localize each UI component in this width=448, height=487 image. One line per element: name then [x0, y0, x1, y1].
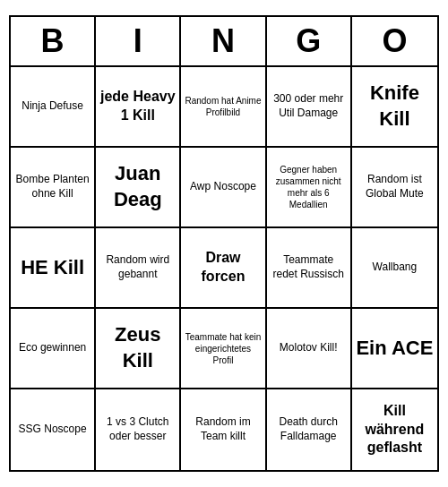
bingo-cell: Random im Team killt — [181, 389, 266, 470]
bingo-cell: Ein ACE — [352, 309, 437, 389]
bingo-cell: Awp Noscope — [181, 148, 266, 228]
header-letter: I — [96, 17, 181, 65]
bingo-cell: Wallbang — [352, 228, 437, 309]
bingo-grid: Ninja Defusejede Heavy 1 KillRandom hat … — [11, 67, 437, 470]
bingo-card: BINGO Ninja Defusejede Heavy 1 KillRando… — [9, 15, 439, 472]
header-letter: O — [352, 17, 437, 65]
bingo-cell: Knife Kill — [352, 67, 437, 148]
bingo-cell: Gegner haben zusammen nicht mehr als 6 M… — [267, 148, 352, 228]
bingo-cell: Random ist Global Mute — [352, 148, 437, 228]
header-letter: B — [11, 17, 96, 65]
header-letter: G — [267, 17, 352, 65]
bingo-cell: Bombe Planten ohne Kill — [11, 148, 96, 228]
bingo-cell: Random wird gebannt — [96, 228, 181, 309]
header-letter: N — [181, 17, 266, 65]
bingo-cell: Teammate redet Russisch — [267, 228, 352, 309]
bingo-cell: Random hat Anime Profilbild — [181, 67, 266, 148]
bingo-cell: jede Heavy 1 Kill — [96, 67, 181, 148]
bingo-cell: HE Kill — [11, 228, 96, 309]
bingo-cell: SSG Noscope — [11, 389, 96, 470]
bingo-cell: Molotov Kill! — [267, 309, 352, 389]
bingo-cell: Draw forcen — [181, 228, 266, 309]
bingo-cell: Juan Deag — [96, 148, 181, 228]
bingo-cell: Kill während geflasht — [352, 389, 437, 470]
bingo-cell: Eco gewinnen — [11, 309, 96, 389]
bingo-cell: 300 oder mehr Util Damage — [267, 67, 352, 148]
bingo-cell: Ninja Defuse — [11, 67, 96, 148]
bingo-header: BINGO — [11, 17, 437, 67]
bingo-cell: Zeus Kill — [96, 309, 181, 389]
bingo-cell: 1 vs 3 Clutch oder besser — [96, 389, 181, 470]
bingo-cell: Death durch Falldamage — [267, 389, 352, 470]
bingo-cell: Teammate hat kein eingerichtetes Profil — [181, 309, 266, 389]
